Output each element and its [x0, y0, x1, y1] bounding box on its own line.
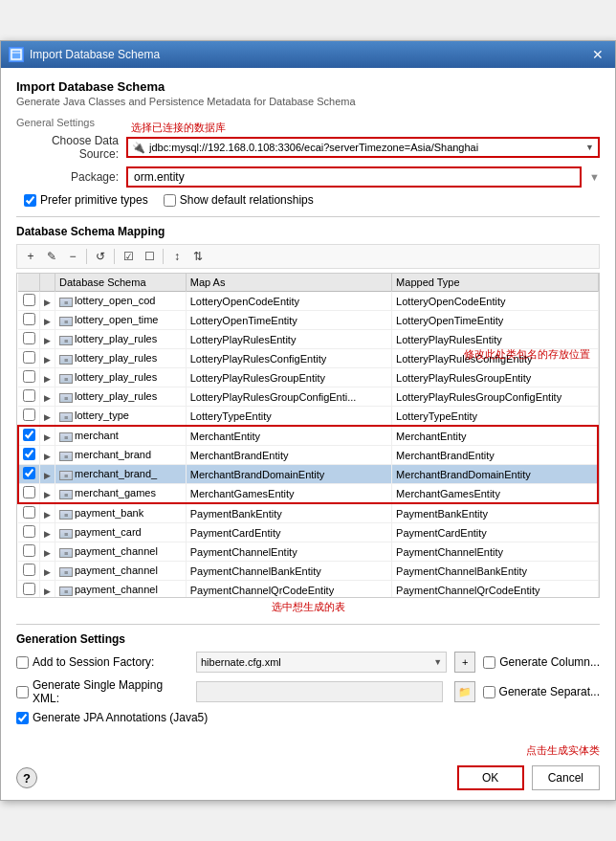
row-expand-cell[interactable]: ▶ [40, 523, 55, 542]
table-row[interactable]: ▶≡payment_cardPaymentCardEntityPaymentCa… [18, 523, 598, 542]
help-button[interactable]: ? [16, 767, 37, 788]
table-row[interactable]: ▶≡merchantMerchantEntityMerchantEntity [18, 426, 598, 446]
remove-row-button[interactable]: − [63, 247, 82, 266]
row-checkbox-cell[interactable] [18, 330, 40, 349]
sort-az-button[interactable]: ↕ [167, 247, 187, 266]
row-expand-cell[interactable]: ▶ [40, 330, 55, 349]
row-checkbox-cell[interactable] [18, 523, 40, 542]
table-row[interactable]: ▶≡lottery_open_codLotteryOpenCodeEntityL… [18, 292, 598, 311]
datasource-dropdown[interactable]: 🔌 jdbc:mysql://192.168.0.108:3306/ecai?s… [126, 137, 600, 158]
sort-extra-button[interactable]: ⇅ [188, 247, 208, 266]
row-checkbox[interactable] [23, 351, 35, 364]
edit-row-button[interactable]: ✎ [42, 247, 61, 266]
row-checkbox[interactable] [23, 467, 35, 479]
row-expand-cell[interactable]: ▶ [40, 387, 55, 407]
row-checkbox[interactable] [23, 370, 35, 383]
primitive-types-checkbox[interactable] [24, 194, 36, 207]
row-checkbox-cell[interactable] [18, 581, 40, 599]
row-checkbox[interactable] [23, 294, 35, 306]
table-row[interactable]: ▶≡lottery_open_timeLotteryOpenTimeEntity… [18, 311, 598, 330]
table-row[interactable]: ▶≡payment_bankPaymentBankEntityPaymentBa… [18, 503, 598, 523]
package-input[interactable] [126, 166, 582, 188]
generate-column-option[interactable]: Generate Column... [483, 655, 600, 669]
table-row[interactable]: ▶≡merchant_gamesMerchantGamesEntityMerch… [18, 484, 598, 504]
cancel-button[interactable]: Cancel [532, 765, 600, 790]
ok-button[interactable]: OK [457, 765, 524, 790]
table-row[interactable]: ▶≡payment_channelPaymentChannelBankEntit… [18, 562, 598, 581]
generate-column-checkbox[interactable] [483, 656, 495, 669]
row-checkbox[interactable] [23, 409, 35, 421]
package-label: Package: [16, 170, 126, 184]
row-mapped-cell: PaymentChannelBankEntity [392, 562, 598, 581]
row-checkbox[interactable] [23, 525, 35, 538]
row-checkbox[interactable] [23, 544, 35, 557]
row-checkbox-cell[interactable] [18, 465, 40, 484]
row-expand-cell[interactable]: ▶ [40, 542, 55, 562]
row-checkbox-cell[interactable] [18, 484, 40, 504]
session-factory-checkbox[interactable] [16, 656, 29, 669]
table-row[interactable]: ▶≡merchant_brand_MerchantBrandDomainEnti… [18, 465, 598, 484]
row-checkbox-cell[interactable] [18, 292, 40, 311]
relationships-checkbox[interactable] [164, 194, 176, 207]
mapping-xml-checkbox[interactable] [16, 686, 29, 698]
table-row[interactable]: ▶≡lottery_typeLotteryTypeEntityLotteryTy… [18, 407, 598, 427]
row-checkbox[interactable] [23, 332, 35, 344]
row-checkbox-cell[interactable] [18, 349, 40, 368]
row-expand-cell[interactable]: ▶ [40, 465, 55, 484]
uncheck-all-button[interactable]: ☐ [140, 247, 159, 266]
row-checkbox[interactable] [23, 389, 35, 402]
row-expand-cell[interactable]: ▶ [40, 446, 55, 465]
row-expand-cell[interactable]: ▶ [40, 426, 55, 446]
row-checkbox[interactable] [23, 564, 35, 576]
row-checkbox-cell[interactable] [18, 562, 40, 581]
row-expand-cell[interactable]: ▶ [40, 581, 55, 599]
row-expand-cell[interactable]: ▶ [40, 311, 55, 330]
jpa-row[interactable]: Generate JPA Annotations (Java5) [16, 711, 600, 724]
row-checkbox-cell[interactable] [18, 503, 40, 523]
row-checkbox[interactable] [23, 486, 35, 498]
table-row[interactable]: ▶≡payment_channelPaymentChannelQrCodeEnt… [18, 581, 598, 599]
row-checkbox-cell[interactable] [18, 446, 40, 465]
table-row[interactable]: ▶≡merchant_brandMerchantBrandEntityMerch… [18, 446, 598, 465]
mapping-xml-input[interactable] [196, 681, 443, 702]
row-expand-cell[interactable]: ▶ [40, 503, 55, 523]
generate-separate-checkbox[interactable] [483, 686, 495, 698]
close-button[interactable]: ✕ [588, 47, 607, 62]
row-checkbox[interactable] [23, 429, 35, 441]
primitive-types-option[interactable]: Prefer primitive types [24, 193, 148, 207]
row-expand-cell[interactable]: ▶ [40, 368, 55, 387]
expand-arrow-icon: ▶ [44, 412, 51, 422]
row-checkbox[interactable] [23, 583, 35, 595]
add-row-button[interactable]: + [21, 247, 40, 266]
schema-table[interactable]: Database Schema Map As Mapped Type ▶≡lot… [16, 273, 600, 598]
package-row: Package: ▼ [16, 166, 600, 188]
row-mapped-cell: LotteryPlayRulesEntity [392, 330, 598, 349]
row-checkbox-cell[interactable] [18, 368, 40, 387]
relationships-option[interactable]: Show default relationships [164, 193, 314, 207]
table-row[interactable]: ▶≡lottery_play_rulesLotteryPlayRulesGrou… [18, 368, 598, 387]
row-checkbox-cell[interactable] [18, 542, 40, 562]
row-checkbox[interactable] [23, 506, 35, 519]
row-expand-cell[interactable]: ▶ [40, 407, 55, 427]
row-expand-cell[interactable]: ▶ [40, 349, 55, 368]
row-checkbox[interactable] [23, 448, 35, 460]
row-checkbox-cell[interactable] [18, 311, 40, 330]
table-row[interactable]: ▶≡payment_channelPaymentChannelEntityPay… [18, 542, 598, 562]
generate-separate-option[interactable]: Generate Separat... [483, 685, 600, 698]
row-checkbox-cell[interactable] [18, 387, 40, 407]
row-expand-cell[interactable]: ▶ [40, 562, 55, 581]
table-row[interactable]: ▶≡lottery_play_rulesLotteryPlayRulesGrou… [18, 387, 598, 407]
session-factory-dropdown[interactable]: hibernate.cfg.xml ▼ [196, 652, 447, 673]
jpa-checkbox[interactable] [16, 712, 29, 724]
session-factory-add-button[interactable]: + [454, 652, 475, 673]
refresh-button[interactable]: ↺ [91, 247, 110, 266]
row-checkbox-cell[interactable] [18, 407, 40, 427]
mapping-xml-browse-button[interactable]: 📁 [454, 681, 475, 702]
row-expand-cell[interactable]: ▶ [40, 292, 55, 311]
table-row[interactable]: ▶≡lottery_play_rulesLotteryPlayRulesEnti… [18, 330, 598, 349]
check-all-button[interactable]: ☑ [119, 247, 138, 266]
row-checkbox[interactable] [23, 313, 35, 325]
col-checkbox-header [18, 274, 40, 292]
row-checkbox-cell[interactable] [18, 426, 40, 446]
row-expand-cell[interactable]: ▶ [40, 484, 55, 504]
